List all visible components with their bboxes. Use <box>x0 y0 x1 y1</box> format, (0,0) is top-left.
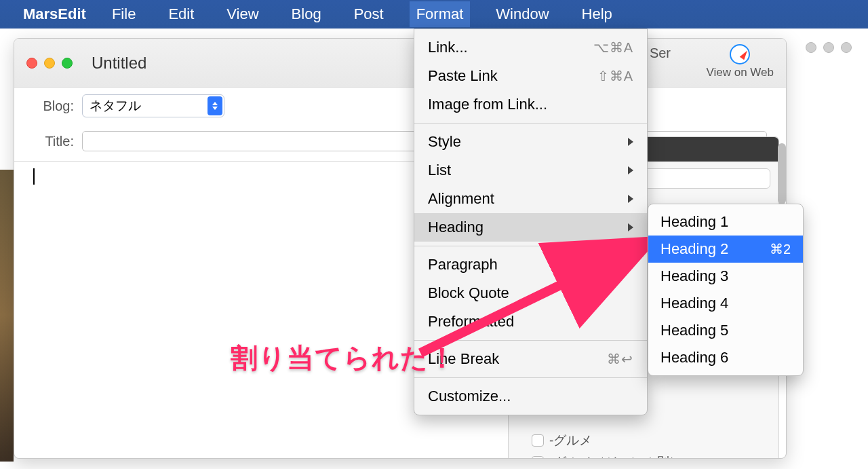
menu-item-style[interactable]: Style <box>414 128 647 156</box>
shortcut-label: ⌘↩ <box>607 351 633 367</box>
menu-item-preformatted[interactable]: Preformatted <box>414 307 647 336</box>
select-stepper-icon <box>208 96 222 115</box>
category-item[interactable]: -グルメ <box>532 432 770 449</box>
menu-item-link[interactable]: Link...⌥⌘A <box>414 33 647 62</box>
annotation-text: 割り当てられた！ <box>231 339 456 377</box>
category-label: -グルメ（ジャンル別） <box>549 453 682 459</box>
submenu-item-heading-2[interactable]: Heading 2⌘2 <box>648 236 803 263</box>
menu-item-label: Preformatted <box>428 313 514 331</box>
menu-item-label: Style <box>428 133 461 151</box>
menu-format[interactable]: Format <box>410 1 471 27</box>
zoom-button[interactable] <box>62 58 73 69</box>
category-label: -グルメ <box>549 432 592 449</box>
heading-submenu: Heading 1 Heading 2⌘2 Heading 3 Heading … <box>648 204 804 376</box>
menu-separator <box>414 377 647 378</box>
close-button[interactable] <box>26 58 37 69</box>
text-caret <box>33 168 35 185</box>
submenu-item-label: Heading 6 <box>660 349 728 367</box>
shortcut-label: ⇧⌘A <box>597 68 633 84</box>
checkbox-icon <box>532 456 544 459</box>
menu-edit[interactable]: Edit <box>161 1 201 27</box>
toolbar-view-on-web[interactable]: View on Web <box>706 44 774 79</box>
menu-item-image-from-link[interactable]: Image from Link... <box>414 90 647 119</box>
menu-view[interactable]: View <box>220 1 265 27</box>
shortcut-label: ⌘2 <box>770 241 791 257</box>
submenu-item-heading-4[interactable]: Heading 4 <box>648 290 803 317</box>
shortcut-label: ⌥⌘A <box>593 39 633 56</box>
menu-item-label: Heading <box>428 219 484 236</box>
background-window-traffic-lights <box>806 42 852 53</box>
menu-post[interactable]: Post <box>347 1 391 27</box>
bg-traffic-dot[interactable] <box>823 42 834 53</box>
traffic-lights <box>26 58 73 69</box>
menu-item-alignment[interactable]: Alignment <box>414 185 647 213</box>
menu-help[interactable]: Help <box>575 1 619 27</box>
menu-item-label: Image from Link... <box>428 96 547 113</box>
blog-select[interactable]: ネタフル <box>82 94 224 117</box>
menu-item-list[interactable]: List <box>414 156 647 185</box>
bg-traffic-dot[interactable] <box>806 42 816 53</box>
submenu-item-label: Heading 2 <box>660 240 728 258</box>
submenu-item-heading-5[interactable]: Heading 5 <box>648 317 803 344</box>
menu-item-label: Customize... <box>428 388 511 405</box>
window-title: Untitled <box>92 54 146 73</box>
menu-item-paragraph[interactable]: Paragraph <box>414 250 647 279</box>
category-item[interactable]: -グルメ（ジャンル別） <box>532 453 770 459</box>
menu-item-label: Paragraph <box>428 256 498 274</box>
toolbar-view-on-web-label: View on Web <box>706 66 774 79</box>
submenu-item-label: Heading 1 <box>660 213 728 231</box>
menu-item-paste-link[interactable]: Paste Link⇧⌘A <box>414 62 647 90</box>
background-photo-sliver <box>0 170 14 462</box>
menu-window[interactable]: Window <box>489 1 555 27</box>
blog-label: Blog: <box>33 98 74 114</box>
window-titlebar: Untitled Ser View on Web <box>14 39 786 88</box>
blog-select-value: ネタフル <box>90 98 141 113</box>
blog-row: Blog: ネタフル <box>14 88 786 124</box>
menu-item-label: List <box>428 162 451 179</box>
submenu-item-heading-1[interactable]: Heading 1 <box>648 208 803 236</box>
menu-item-label: Link... <box>428 39 468 56</box>
submenu-item-label: Heading 5 <box>660 322 728 339</box>
submenu-item-label: Heading 4 <box>660 295 728 312</box>
menu-item-heading[interactable]: Heading <box>414 213 647 242</box>
menu-file[interactable]: File <box>105 1 142 27</box>
submenu-item-heading-3[interactable]: Heading 3 <box>648 263 803 290</box>
app-name[interactable]: MarsEdit <box>23 5 86 23</box>
scrollbar-thumb[interactable] <box>778 143 786 204</box>
bg-traffic-dot[interactable] <box>841 42 852 53</box>
menu-item-block-quote[interactable]: Block Quote <box>414 279 647 307</box>
submenu-item-heading-6[interactable]: Heading 6 <box>648 344 803 371</box>
compass-icon <box>730 44 750 64</box>
menu-item-customize[interactable]: Customize... <box>414 382 647 411</box>
menu-item-label: Paste Link <box>428 67 498 85</box>
checkbox-icon <box>532 434 544 447</box>
menu-item-label: Alignment <box>428 190 494 208</box>
submenu-item-label: Heading 3 <box>660 267 728 285</box>
title-label: Title: <box>33 134 74 149</box>
menu-blog[interactable]: Blog <box>285 1 328 27</box>
minimize-button[interactable] <box>44 58 55 69</box>
toolbar-send-partial: Ser <box>650 45 671 61</box>
menu-separator <box>414 123 647 124</box>
macos-menubar: MarsEdit File Edit View Blog Post Format… <box>0 0 868 29</box>
menu-item-label: Block Quote <box>428 284 509 302</box>
menu-separator <box>414 246 647 246</box>
